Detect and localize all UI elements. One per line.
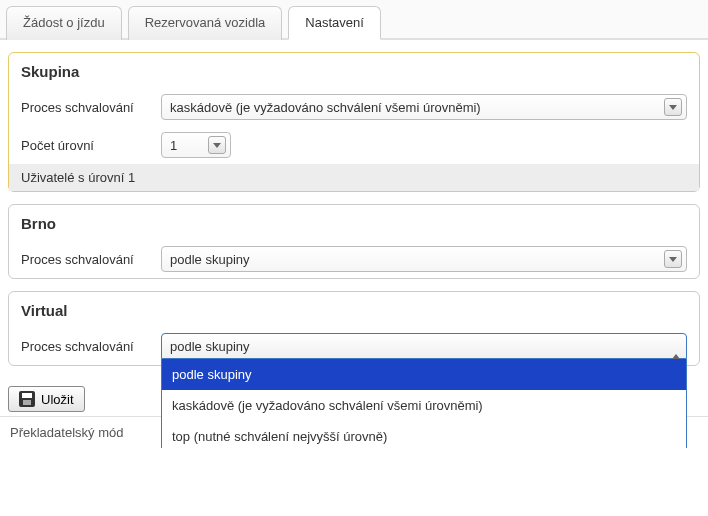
footer-label: Překladatelský mód bbox=[10, 425, 123, 440]
row-approval-process: Proces schvalování podle skupiny bbox=[9, 240, 699, 278]
select-approval-process-open[interactable]: podle skupiny podle skupiny kaskádově (j… bbox=[161, 333, 687, 359]
select-text: podle skupiny bbox=[170, 252, 664, 267]
tab-label: Nastavení bbox=[305, 15, 364, 30]
tab-bar: Žádost o jízdu Rezervovaná vozidla Nasta… bbox=[0, 0, 708, 40]
tab-ride-request[interactable]: Žádost o jízdu bbox=[6, 6, 122, 40]
dropdown-option-top[interactable]: top (nutné schválení nejvyšší úrovně) bbox=[162, 421, 686, 448]
select-approval-process[interactable]: podle skupiny bbox=[161, 246, 687, 272]
row-approval-process: Proces schvalování kaskádově (je vyžadov… bbox=[9, 88, 699, 126]
panel-virtual: Virtual Proces schvalování podle skupiny… bbox=[8, 291, 700, 366]
panel-title: Virtual bbox=[9, 292, 699, 327]
save-label: Uložit bbox=[41, 392, 74, 407]
dropdown-option-kaskadove[interactable]: kaskádově (je vyžadováno schválení všemi… bbox=[162, 390, 686, 421]
select-levels-count[interactable]: 1 bbox=[161, 132, 231, 158]
panel-title: Brno bbox=[9, 205, 699, 240]
select-text: 1 bbox=[170, 138, 208, 153]
panel-title: Skupina bbox=[9, 53, 699, 88]
option-label: top (nutné schválení nejvyšší úrovně) bbox=[172, 429, 387, 444]
tab-settings[interactable]: Nastavení bbox=[288, 6, 381, 40]
dropdown-list: podle skupiny kaskádově (je vyžadováno s… bbox=[161, 359, 687, 448]
dropdown-option-podle-skupiny[interactable]: podle skupiny bbox=[162, 359, 686, 390]
select-text: podle skupiny bbox=[170, 339, 672, 354]
save-icon bbox=[19, 391, 35, 407]
label-approval-process: Proces schvalování bbox=[21, 100, 161, 115]
label-approval-process: Proces schvalování bbox=[21, 252, 161, 267]
label-approval-process: Proces schvalování bbox=[21, 339, 161, 354]
label-users-level-1: Uživatelé s úrovní 1 bbox=[21, 170, 135, 185]
row-approval-process: Proces schvalování podle skupiny podle s… bbox=[9, 327, 699, 365]
option-label: podle skupiny bbox=[172, 367, 252, 382]
tab-reserved-vehicles[interactable]: Rezervovaná vozidla bbox=[128, 6, 283, 40]
tab-label: Rezervovaná vozidla bbox=[145, 15, 266, 30]
chevron-down-icon bbox=[664, 98, 682, 116]
save-button[interactable]: Uložit bbox=[8, 386, 85, 412]
row-levels-count: Počet úrovní 1 bbox=[9, 126, 699, 164]
tab-label: Žádost o jízdu bbox=[23, 15, 105, 30]
select-text: kaskádově (je vyžadováno schválení všemi… bbox=[170, 100, 664, 115]
chevron-up-icon bbox=[672, 339, 680, 354]
chevron-down-icon bbox=[664, 250, 682, 268]
label-levels-count: Počet úrovní bbox=[21, 138, 161, 153]
panel-group: Skupina Proces schvalování kaskádově (je… bbox=[8, 52, 700, 192]
option-label: kaskádově (je vyžadováno schválení všemi… bbox=[172, 398, 483, 413]
chevron-down-icon bbox=[208, 136, 226, 154]
select-approval-process[interactable]: kaskádově (je vyžadováno schválení všemi… bbox=[161, 94, 687, 120]
row-users-level-1: Uživatelé s úrovní 1 bbox=[9, 164, 699, 191]
panel-brno: Brno Proces schvalování podle skupiny bbox=[8, 204, 700, 279]
